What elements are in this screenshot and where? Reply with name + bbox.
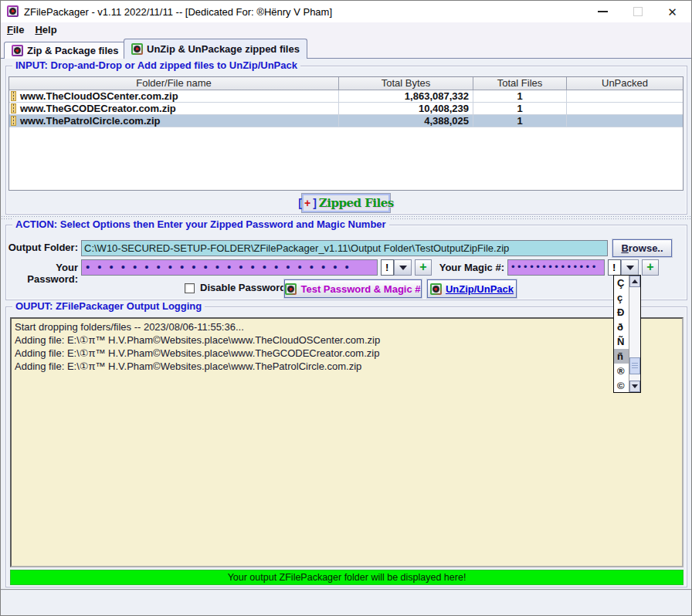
menu-help[interactable]: Help [35, 24, 56, 36]
zip-file-icon [11, 91, 16, 101]
plus-glyph: + [304, 197, 310, 209]
cell-folder-name: www.ThePatrolCircle.com.zip [9, 115, 339, 127]
unzip-tab-icon [131, 43, 143, 55]
dropdown-scrollbar[interactable] [629, 276, 640, 392]
menu-bar: File Help [1, 22, 691, 37]
output-folder-field[interactable]: C:\W10-SECURED-SETUP-FOLDER\ZFilePackage… [81, 240, 608, 256]
magic-field[interactable]: •••••••••••••• [507, 259, 605, 276]
cell-folder-name: www.TheGCODECreator.com.zip [9, 103, 339, 114]
output-folder-label: Output Folder: [7, 242, 78, 253]
tab-label: UnZip & UnPackage zipped files [147, 43, 300, 55]
unzip-unpack-button[interactable]: UnZip/UnPack [427, 279, 517, 298]
log-line: Adding file: E:\①π™ H.V.Pham©Websites.pl… [15, 360, 679, 373]
disable-password-label: Disable Password [200, 282, 286, 293]
menu-file[interactable]: File [7, 24, 24, 36]
app-icon [7, 5, 19, 17]
bracket-left: [ [298, 197, 302, 209]
cell-total-bytes: 1,863,087,332 [339, 90, 473, 102]
bracket-right: ] [313, 197, 317, 209]
zip-tab-icon [12, 45, 23, 56]
column-header-folder-name[interactable]: Folder/File name [9, 77, 339, 90]
table-row[interactable]: www.ThePatrolCircle.com.zip4,388,0251 [9, 115, 683, 127]
chevron-down-icon [632, 384, 638, 388]
log-line: Adding file: E:\①π™ H.V.Pham©Websites.pl… [15, 333, 679, 347]
cell-unpacked [567, 90, 683, 102]
table-rows: www.TheCloudOSCenter.com.zip1,863,087,33… [9, 90, 683, 127]
zip-file-icon [11, 116, 16, 126]
cell-total-files: 1 [473, 90, 567, 102]
zip-file-icon [11, 103, 16, 113]
password-add-char-button[interactable]: + [415, 259, 432, 276]
char-option[interactable]: Ç [614, 276, 629, 290]
minimize-button[interactable] [585, 1, 620, 22]
column-header-total-files[interactable]: Total Files [473, 77, 567, 90]
password-char-combo-arrow[interactable] [394, 259, 412, 276]
scroll-down-button[interactable] [629, 381, 640, 392]
magic-label: Your Magic #: [433, 262, 504, 273]
cell-unpacked [567, 115, 683, 127]
log-line: Adding file: E:\①π™ H.V.Pham©Websites.pl… [15, 347, 679, 360]
disable-password-checkbox[interactable] [185, 283, 195, 293]
chevron-down-icon [399, 266, 407, 270]
password-label: Your Password: [7, 262, 78, 285]
column-header-unpacked[interactable]: UnPacked [567, 77, 683, 90]
char-option[interactable]: ñ [614, 349, 629, 364]
scroll-up-button[interactable] [629, 276, 640, 287]
maximize-button[interactable] [620, 1, 655, 22]
char-option[interactable]: Ð [614, 305, 629, 320]
title-bar: ZFilePackager - v1.11 2022/11/11 -- [Ded… [1, 1, 691, 22]
tab-strip: Zip & Package files UnZip & UnPackage zi… [1, 37, 691, 59]
chevron-up-icon [632, 279, 638, 283]
test-password-icon [285, 283, 297, 295]
tab-label: Zip & Package files [27, 45, 119, 56]
char-option[interactable]: ç [614, 290, 629, 305]
table-header: Folder/File name Total Bytes Total Files… [9, 77, 683, 90]
char-options: ÇçÐðÑñ®© [614, 276, 629, 392]
table-row[interactable]: www.TheGCODECreator.com.zip10,408,2391 [9, 103, 683, 115]
char-option[interactable]: ® [614, 364, 629, 378]
action-group-title: ACTION: Select Options then Enter your Z… [12, 218, 389, 230]
password-char-combo-value[interactable]: ! [381, 259, 394, 276]
input-group-title: INPUT: Drop-and-Drop or Add zipped files… [12, 59, 300, 71]
cell-total-bytes: 4,388,025 [339, 115, 473, 127]
table-row[interactable]: www.TheCloudOSCenter.com.zip1,863,087,33… [9, 90, 683, 103]
tab-zip-package[interactable]: Zip & Package files [4, 42, 127, 59]
unzip-unpack-label: UnZip/UnPack [446, 283, 514, 295]
magic-char-combo-value[interactable]: ! [608, 259, 621, 276]
cell-folder-name: www.TheCloudOSCenter.com.zip [9, 90, 339, 102]
unzip-unpack-icon [430, 283, 442, 295]
close-icon: ✕ [667, 6, 677, 18]
status-bar: Your output ZFilePackager folder will be… [10, 570, 684, 585]
cell-total-files: 1 [473, 103, 567, 114]
column-header-total-bytes[interactable]: Total Bytes [339, 77, 473, 90]
password-field[interactable]: ••••••••••••••••••••••• [81, 259, 378, 276]
test-password-label: Test Password & Magic # [300, 283, 420, 295]
output-group-title: OUPUT: ZFilePackager Output Logging [12, 300, 205, 312]
zipped-files-table: Folder/File name Total Bytes Total Files… [8, 76, 684, 191]
window-title: ZFilePackager - v1.11 2022/11/11 -- [Ded… [24, 6, 332, 18]
chevron-down-icon [626, 266, 634, 270]
maximize-icon [633, 7, 643, 16]
cell-total-bytes: 10,408,239 [339, 103, 473, 114]
output-log[interactable]: Start dropping folders/files -- 2023/08/… [10, 317, 684, 567]
char-option[interactable]: © [614, 378, 629, 393]
test-password-button[interactable]: Test Password & Magic # [284, 279, 422, 298]
zipped-files-button[interactable]: [+] Zipped Files [301, 193, 391, 213]
scrollbar-thumb[interactable] [629, 357, 640, 374]
close-button[interactable]: ✕ [655, 1, 690, 22]
zipped-files-button-label: Zipped Files [319, 196, 394, 210]
browse-button[interactable]: Browse.. [612, 239, 672, 257]
browse-button-label: Browse.. [621, 242, 663, 254]
cell-total-files: 1 [473, 115, 567, 127]
app-window: ZFilePackager - v1.11 2022/11/11 -- [Ded… [0, 0, 692, 616]
char-option[interactable]: ð [614, 320, 629, 334]
bottom-bar: EXIT [1, 589, 692, 616]
tab-unzip-unpackage[interactable]: UnZip & UnPackage zipped files [124, 39, 307, 59]
log-line: Start dropping folders/files -- 2023/08/… [15, 320, 679, 333]
char-option[interactable]: Ñ [614, 334, 629, 349]
magic-char-combo-arrow[interactable] [621, 259, 639, 276]
minimize-icon [598, 11, 608, 12]
special-char-dropdown: ÇçÐðÑñ®© [613, 275, 641, 393]
cell-unpacked [567, 103, 683, 114]
magic-add-char-button[interactable]: + [642, 259, 659, 276]
